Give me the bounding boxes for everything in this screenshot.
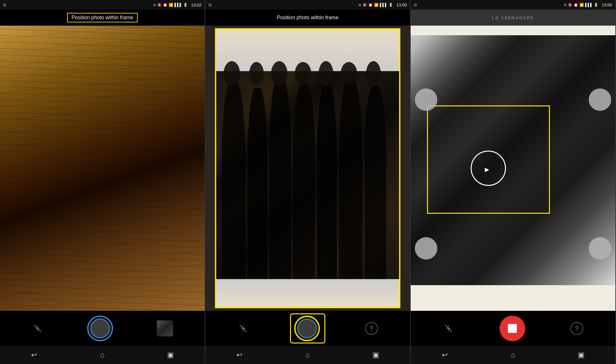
photo-bottom [216, 279, 399, 307]
screenshot-icon: ⊡ [3, 3, 6, 7]
controls-inner-1 [0, 316, 205, 341]
status-right-icons-3: ⊙ 🔇 ⏰ 📶 ▌▌▌ 🔋 [564, 3, 598, 7]
back-button-1[interactable]: ↩ [27, 348, 41, 362]
status-icons-1: ⊡ [3, 3, 6, 7]
photo-main [216, 71, 399, 279]
status-bar-2: ⊡ ⊙ 🔇 ⏰ 📶 ▌▌▌ 🔋 13:00 [205, 0, 410, 10]
signal-icon-2: ▌▌▌ [380, 3, 387, 7]
controls-inner-2: ? [205, 316, 410, 341]
camera-status-icon-2: ⊙ [358, 3, 361, 7]
controls-bar-3: ? [411, 311, 615, 346]
wifi-icon-3: 📶 [579, 3, 584, 7]
corner-handle-bl[interactable] [415, 237, 437, 260]
photo-white-border-bottom [411, 285, 615, 311]
recents-button-3[interactable]: ▣ [574, 348, 588, 362]
photo-white-border-top [411, 26, 615, 35]
corner-handle-tr[interactable] [589, 88, 611, 111]
figure-6 [339, 79, 363, 279]
status-bar-1: ⊡ ⊙ 🔇 ⏰ 📶 ▌▌▌ 🔋 13:02 [0, 0, 205, 10]
controls-inner-3: ? [411, 316, 615, 341]
flash-button-1[interactable] [32, 323, 43, 334]
flash-off-icon-3 [444, 324, 453, 333]
viewfinder-2[interactable] [205, 26, 410, 311]
mute-icon-3: 🔇 [568, 3, 572, 7]
phone-panel-1: ⊡ ⊙ 🔇 ⏰ 📶 ▌▌▌ 🔋 13:02 Position photo wit… [0, 0, 205, 364]
back-button-2[interactable]: ↩ [232, 348, 246, 362]
signal-icon-3: ▌▌▌ [585, 3, 593, 7]
flash-button-2[interactable] [237, 323, 249, 334]
phone-panel-2: ⊡ ⊙ 🔇 ⏰ 📶 ▌▌▌ 🔋 13:00 Position photo wit… [205, 0, 411, 364]
status-icons-2: ⊡ [209, 3, 211, 7]
screenshot-icon-2: ⊡ [209, 3, 211, 7]
head-2 [249, 62, 264, 85]
controls-bar-1 [0, 311, 205, 346]
head-3 [271, 61, 287, 86]
center-drag-circle[interactable]: ▶ [471, 151, 506, 186]
thumbnail-image [157, 320, 173, 336]
wood-background [0, 26, 205, 311]
figure-3 [269, 77, 291, 279]
shutter-inner-1 [90, 319, 110, 338]
figure-1 [222, 81, 245, 279]
camera-status-icon: ⊙ [153, 3, 156, 7]
head-1 [224, 61, 240, 86]
recents-button-1[interactable]: ▣ [164, 348, 178, 362]
instruction-text-1: Position photo within frame [67, 13, 138, 22]
nav-bar-3: ↩ ⌂ ▣ [411, 346, 615, 364]
home-button-3[interactable]: ⌂ [506, 348, 520, 362]
instruction-bar-2: Position photo within frame [205, 10, 410, 26]
mute-icon: 🔇 [157, 3, 162, 7]
back-button-3[interactable]: ↩ [438, 348, 452, 362]
nav-bar-2: ↩ ⌂ ▣ [205, 346, 410, 364]
head-5 [319, 61, 333, 86]
nav-bar-1: ↩ ⌂ ▣ [0, 346, 205, 364]
photo-display [216, 29, 399, 307]
instruction-bar-1: Position photo within frame [0, 10, 205, 26]
corner-handle-tl[interactable] [415, 88, 437, 111]
battery-icon-3: 🔋 [594, 3, 598, 7]
figure-7 [364, 86, 386, 279]
wifi-icon-2: 📶 [374, 3, 379, 7]
status-right-icons-1: ⊙ 🔇 ⏰ 📶 ▌▌▌ 🔋 [153, 3, 188, 7]
help-button-3[interactable]: ? [570, 322, 583, 335]
instruction-text-2: Position photo within frame [277, 15, 338, 21]
stop-icon [508, 324, 517, 333]
help-button-2[interactable]: ? [365, 322, 378, 335]
flash-button-3[interactable] [443, 323, 454, 334]
camera-status-icon-3: ⊙ [564, 3, 567, 7]
viewfinder-3[interactable]: ▶ [411, 26, 615, 311]
flash-off-icon [33, 324, 42, 333]
yellow-photo-frame [215, 28, 400, 308]
figure-4 [293, 84, 315, 279]
home-button-1[interactable]: ⌂ [95, 348, 109, 362]
mute-icon-2: 🔇 [363, 3, 367, 7]
status-right-icons-2: ⊙ 🔇 ⏰ 📶 ▌▌▌ 🔋 [358, 3, 393, 7]
screenshot-icon-3: ⊡ [414, 3, 417, 7]
alarm-icon-2: ⏰ [368, 3, 373, 7]
shutter-button-1[interactable] [87, 316, 113, 341]
head-4 [295, 62, 311, 85]
photo-header-strip: LS 1A5NVN2O5 [411, 10, 615, 26]
thumbnail-1[interactable] [157, 320, 173, 336]
photo-header-text: LS 1A5NVN2O5 [492, 15, 534, 20]
center-arrow-icon: ▶ [485, 166, 489, 173]
viewfinder-1[interactable] [0, 26, 205, 311]
battery-icon-2: 🔋 [389, 3, 393, 7]
figure-2 [247, 88, 268, 279]
phone-panel-3: ⊡ ⊙ 🔇 ⏰ 📶 ▌▌▌ 🔋 13:00 LS 1A5NVN2O5 [411, 0, 616, 364]
shutter-button-2[interactable] [294, 316, 320, 341]
figure-5 [317, 81, 337, 279]
corner-handle-br[interactable] [589, 237, 611, 260]
home-button-2[interactable]: ⌂ [301, 348, 315, 362]
time-display-2: 13:00 [396, 3, 407, 7]
recents-button-2[interactable]: ▣ [369, 348, 383, 362]
wifi-icon: 📶 [169, 3, 173, 7]
status-bar-3: ⊡ ⊙ 🔇 ⏰ 📶 ▌▌▌ 🔋 13:00 [411, 0, 615, 10]
alarm-icon-3: ⏰ [574, 3, 578, 7]
status-icons-3: ⊡ [414, 3, 417, 7]
signal-icon: ▌▌▌ [175, 3, 182, 7]
controls-bar-2: ? [205, 311, 410, 346]
stop-record-button[interactable] [500, 316, 525, 341]
time-display-3: 13:00 [602, 3, 612, 7]
time-display-1: 13:02 [191, 3, 201, 7]
